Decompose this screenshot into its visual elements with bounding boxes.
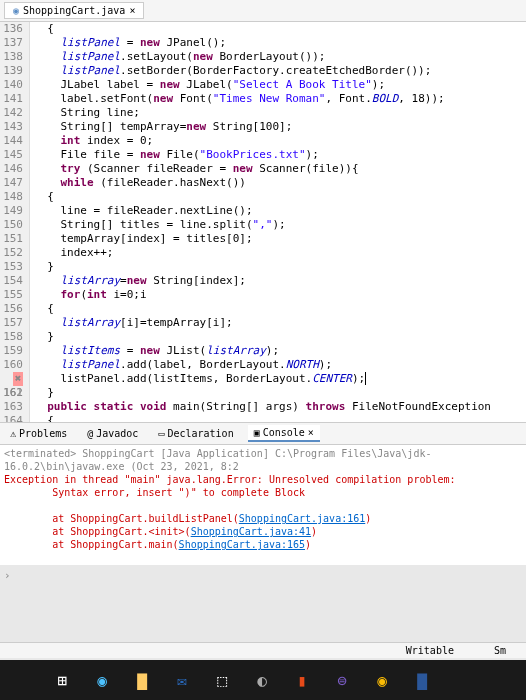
stack-link[interactable]: ShoppingCart.java:161: [239, 513, 365, 524]
code-line[interactable]: String line;: [34, 106, 522, 120]
console-icon: ▣: [254, 427, 260, 438]
tab-problems[interactable]: ⚠Problems: [4, 425, 73, 442]
code-area[interactable]: { listPanel = new JPanel(); listPanel.se…: [30, 22, 526, 422]
code-line[interactable]: listItems = new JList(listArray);: [34, 344, 522, 358]
line-number: 136: [2, 22, 23, 36]
tab-dirty-marker: ×: [129, 5, 135, 16]
windows-taskbar: ⊞ ◉ ▇ ✉ ⬚ ◐ ▮ ⊜ ◉ ▇: [0, 660, 526, 700]
code-line[interactable]: listPanel.add(label, BorderLayout.NORTH)…: [34, 358, 522, 372]
console-stack-line: at ShoppingCart.<init>(ShoppingCart.java…: [4, 525, 522, 538]
declaration-icon: ▭: [158, 428, 164, 439]
eclipse-icon[interactable]: ◐: [248, 666, 276, 694]
task-view-icon[interactable]: ⊞: [48, 666, 76, 694]
code-line[interactable]: listPanel.add(listItems, BorderLayout.CE…: [34, 372, 522, 386]
code-line[interactable]: int index = 0;: [34, 134, 522, 148]
editor-tab-bar: ◉ ShoppingCart.java ×: [0, 0, 526, 22]
code-line[interactable]: }: [34, 260, 522, 274]
line-number: 155: [2, 288, 23, 302]
code-line[interactable]: {: [34, 302, 522, 316]
line-number: 147: [2, 176, 23, 190]
console-stack-line: at ShoppingCart.main(ShoppingCart.java:1…: [4, 538, 522, 551]
code-line[interactable]: try (Scanner fileReader = new Scanner(fi…: [34, 162, 522, 176]
line-number: 151: [2, 232, 23, 246]
line-number: 156: [2, 302, 23, 316]
code-line[interactable]: line = fileReader.nextLine();: [34, 204, 522, 218]
console-error-line: Exception in thread "main" java.lang.Err…: [4, 473, 522, 486]
bottom-panel-tabs: ⚠Problems @Javadoc ▭Declaration ▣Console…: [0, 422, 526, 445]
line-number: 164: [2, 414, 23, 422]
console-process-header: <terminated> ShoppingCart [Java Applicat…: [4, 447, 522, 473]
console-error-line: [4, 499, 522, 512]
error-marker-icon: ✖: [13, 372, 23, 386]
line-number: 152: [2, 246, 23, 260]
code-editor[interactable]: 1361371381391401411421431441451461471481…: [0, 22, 526, 422]
code-line[interactable]: File file = new File("BookPrices.txt");: [34, 148, 522, 162]
code-line[interactable]: {: [34, 414, 522, 422]
line-number: 146: [2, 162, 23, 176]
line-number: 140: [2, 78, 23, 92]
code-line[interactable]: listPanel.setBorder(BorderFactory.create…: [34, 64, 522, 78]
code-line[interactable]: index++;: [34, 246, 522, 260]
code-line[interactable]: String[] titles = line.split(",");: [34, 218, 522, 232]
line-number: ✖161: [2, 372, 23, 386]
code-line[interactable]: {: [34, 22, 522, 36]
line-number: 143: [2, 120, 23, 134]
line-number: 139: [2, 64, 23, 78]
code-line[interactable]: for(int i=0;i: [34, 288, 522, 302]
code-line[interactable]: public static void main(String[] args) t…: [34, 400, 522, 414]
stack-link[interactable]: ShoppingCart.java:165: [179, 539, 305, 550]
line-number: 157: [2, 316, 23, 330]
console-stack-line: at ShoppingCart.buildListPanel(ShoppingC…: [4, 512, 522, 525]
line-number: 141: [2, 92, 23, 106]
status-bar: Writable Sm: [0, 642, 526, 658]
tab-declaration[interactable]: ▭Declaration: [152, 425, 239, 442]
close-icon[interactable]: ×: [308, 427, 314, 438]
line-number: 137: [2, 36, 23, 50]
code-line[interactable]: {: [34, 190, 522, 204]
line-number: 142: [2, 106, 23, 120]
explorer-icon[interactable]: ▇: [128, 666, 156, 694]
chevron-right-icon[interactable]: ›: [0, 565, 526, 586]
console-error-line: Syntax error, insert ")" to complete Blo…: [4, 486, 522, 499]
eclipse2-icon[interactable]: ⊜: [328, 666, 356, 694]
edge-icon[interactable]: ◉: [88, 666, 116, 694]
line-number: 160: [2, 358, 23, 372]
console-output[interactable]: <terminated> ShoppingCart [Java Applicat…: [0, 445, 526, 565]
chrome-icon[interactable]: ◉: [368, 666, 396, 694]
code-line[interactable]: listPanel.setLayout(new BorderLayout());: [34, 50, 522, 64]
line-number: 163: [2, 400, 23, 414]
tab-filename: ShoppingCart.java: [23, 5, 125, 16]
code-line[interactable]: }: [34, 386, 522, 400]
line-number: 153: [2, 260, 23, 274]
line-number: 144: [2, 134, 23, 148]
javadoc-icon: @: [87, 428, 93, 439]
code-line[interactable]: String[] tempArray=new String[100];: [34, 120, 522, 134]
code-line[interactable]: label.setFont(new Font("Times New Roman"…: [34, 92, 522, 106]
code-line[interactable]: listArray=new String[index];: [34, 274, 522, 288]
line-number: 159: [2, 344, 23, 358]
code-line[interactable]: tempArray[index] = titles[0];: [34, 232, 522, 246]
stack-link[interactable]: ShoppingCart.java:41: [191, 526, 311, 537]
word-icon[interactable]: ▇: [408, 666, 436, 694]
code-line[interactable]: listArray[i]=tempArray[i];: [34, 316, 522, 330]
line-number-gutter: 1361371381391401411421431441451461471481…: [0, 22, 30, 422]
code-line[interactable]: listPanel = new JPanel();: [34, 36, 522, 50]
office-icon[interactable]: ▮: [288, 666, 316, 694]
problems-icon: ⚠: [10, 428, 16, 439]
line-number: 145: [2, 148, 23, 162]
line-number: 138: [2, 50, 23, 64]
circle-icon[interactable]: [8, 666, 36, 694]
tab-javadoc[interactable]: @Javadoc: [81, 425, 144, 442]
code-line[interactable]: }: [34, 330, 522, 344]
dropbox-icon[interactable]: ⬚: [208, 666, 236, 694]
file-tab[interactable]: ◉ ShoppingCart.java ×: [4, 2, 144, 19]
tab-console[interactable]: ▣Console ×: [248, 425, 320, 442]
line-number: 162: [2, 386, 23, 400]
mail-icon[interactable]: ✉: [168, 666, 196, 694]
status-writable: Writable: [406, 645, 454, 656]
code-line[interactable]: while (fileReader.hasNext()): [34, 176, 522, 190]
status-mode: Sm: [494, 645, 506, 656]
code-line[interactable]: JLabel label = new JLabel("Select A Book…: [34, 78, 522, 92]
java-file-icon: ◉: [13, 5, 19, 16]
line-number: 148: [2, 190, 23, 204]
